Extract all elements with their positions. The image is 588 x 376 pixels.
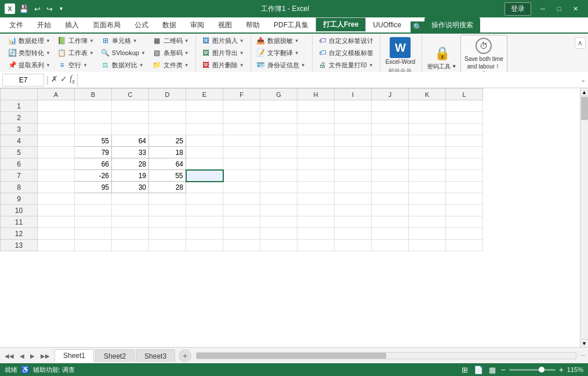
cell-b13[interactable] (75, 240, 112, 251)
col-header-a[interactable]: A (38, 89, 75, 100)
minimize-button[interactable]: ─ (535, 2, 551, 15)
cell-g3[interactable] (260, 124, 297, 135)
cell-k12[interactable] (409, 228, 446, 240)
cell-f6[interactable] (223, 158, 260, 170)
cell-k7[interactable] (409, 170, 446, 182)
sheet-tab-sheet2[interactable]: Sheet2 (95, 349, 135, 362)
btn-excel-word[interactable]: W Excel-Word (383, 35, 419, 67)
sheet-tab-sheet1[interactable]: Sheet1 (55, 349, 94, 362)
scroll-thumb-v[interactable] (581, 97, 588, 120)
btn-image-export[interactable]: 🖼 图片导出 ▼ (198, 47, 247, 59)
cell-a3[interactable] (38, 124, 75, 135)
cell-d8[interactable]: 28 (149, 182, 186, 193)
cell-k5[interactable] (409, 147, 446, 158)
cell-h4[interactable] (297, 135, 335, 147)
tab-search[interactable]: 操作说明搜索 (424, 17, 480, 32)
cell-k1[interactable] (409, 100, 446, 112)
cell-g4[interactable] (260, 135, 297, 147)
cell-b10[interactable] (75, 205, 112, 216)
tab-pagelayout[interactable]: 页面布局 (86, 17, 128, 32)
cell-e7[interactable] (186, 170, 223, 182)
tab-file[interactable]: 文件 (2, 17, 30, 32)
cell-j6[interactable] (372, 158, 409, 170)
formula-confirm-icon[interactable]: ✓ (60, 74, 67, 85)
zoom-plus-btn[interactable]: + (559, 365, 564, 374)
sheet-nav-prev[interactable]: ◀◀ (2, 352, 16, 360)
btn-password-tool[interactable]: 🔒 密码工具 ▼ (424, 42, 459, 72)
row-header-7[interactable]: 7 (1, 170, 38, 182)
zoom-level[interactable]: 115% (567, 366, 583, 373)
cell-a5[interactable] (38, 147, 75, 158)
cell-a7[interactable] (38, 170, 75, 182)
cell-f13[interactable] (223, 240, 260, 251)
btn-svlookup[interactable]: 🔍 SVlookup ▼ (98, 47, 148, 59)
cell-d5[interactable]: 18 (149, 147, 186, 158)
cell-d11[interactable] (149, 216, 186, 228)
view-break-btn[interactable]: ▦ (488, 366, 497, 374)
right-scrollbar[interactable]: ▲ ▼ (580, 88, 588, 347)
col-header-i[interactable]: I (335, 89, 372, 100)
cell-a11[interactable] (38, 216, 75, 228)
cell-l12[interactable] (446, 228, 483, 240)
row-header-8[interactable]: 8 (1, 182, 38, 193)
sheet-nav-forward[interactable]: ▶ (28, 352, 37, 360)
scroll-up-btn[interactable]: ▲ (580, 88, 588, 96)
cell-g5[interactable] (260, 147, 297, 158)
cell-l5[interactable] (446, 147, 483, 158)
cell-g11[interactable] (260, 216, 297, 228)
cell-f11[interactable] (223, 216, 260, 228)
cell-d7[interactable]: 55 (149, 170, 186, 182)
cell-e12[interactable] (186, 228, 223, 240)
cell-i5[interactable] (335, 147, 372, 158)
btn-id-info[interactable]: 🪪 身份证信息 ▼ (253, 59, 308, 71)
cell-a4[interactable] (38, 135, 75, 147)
cell-i6[interactable] (335, 158, 372, 170)
cell-d3[interactable] (149, 124, 186, 135)
cell-k11[interactable] (409, 216, 446, 228)
cell-h8[interactable] (297, 182, 335, 193)
cell-j2[interactable] (372, 112, 409, 124)
qat-undo[interactable]: ↩ (32, 5, 42, 13)
cell-j11[interactable] (372, 216, 409, 228)
btn-cell[interactable]: ⊞ 单元格 ▼ (98, 35, 148, 46)
row-header-1[interactable]: 1 (1, 100, 38, 112)
formula-function-icon[interactable]: fx (70, 74, 75, 85)
cell-l3[interactable] (446, 124, 483, 135)
cell-k9[interactable] (409, 193, 446, 205)
cell-l6[interactable] (446, 158, 483, 170)
cell-i10[interactable] (335, 205, 372, 216)
cell-b3[interactable] (75, 124, 112, 135)
formula-input[interactable] (77, 74, 578, 86)
col-header-k[interactable]: K (409, 89, 446, 100)
cell-l10[interactable] (446, 205, 483, 216)
cell-a6[interactable] (38, 158, 75, 170)
cell-k13[interactable] (409, 240, 446, 251)
cell-d13[interactable] (149, 240, 186, 251)
cell-c8[interactable]: 30 (112, 182, 149, 193)
cell-i3[interactable] (335, 124, 372, 135)
cell-j10[interactable] (372, 205, 409, 216)
qat-save[interactable]: 💾 (17, 5, 30, 13)
cell-b9[interactable] (75, 193, 112, 205)
btn-type-convert[interactable]: 🔄 类型转化 ▼ (5, 47, 53, 59)
btn-batch-print[interactable]: 🖨 文件批量打印 ▼ (315, 59, 376, 71)
row-header-10[interactable]: 10 (1, 205, 38, 216)
cell-f1[interactable] (223, 100, 260, 112)
cell-c4[interactable]: 64 (112, 135, 149, 147)
cell-j13[interactable] (372, 240, 409, 251)
cell-l4[interactable] (446, 135, 483, 147)
sheet-add-button[interactable]: + (179, 349, 191, 362)
cell-e11[interactable] (186, 216, 223, 228)
tab-review[interactable]: 审阅 (183, 17, 211, 32)
cell-i13[interactable] (335, 240, 372, 251)
maximize-button[interactable]: □ (551, 2, 567, 15)
cell-i8[interactable] (335, 182, 372, 193)
col-header-j[interactable]: J (372, 89, 409, 100)
cell-k2[interactable] (409, 112, 446, 124)
cell-k3[interactable] (409, 124, 446, 135)
cell-a2[interactable] (38, 112, 75, 124)
sheet-tab-sheet3[interactable]: Sheet3 (136, 349, 175, 362)
cell-d2[interactable] (149, 112, 186, 124)
btn-filetype[interactable]: 📁 文件类 ▼ (150, 59, 192, 71)
cell-g7[interactable] (260, 170, 297, 182)
